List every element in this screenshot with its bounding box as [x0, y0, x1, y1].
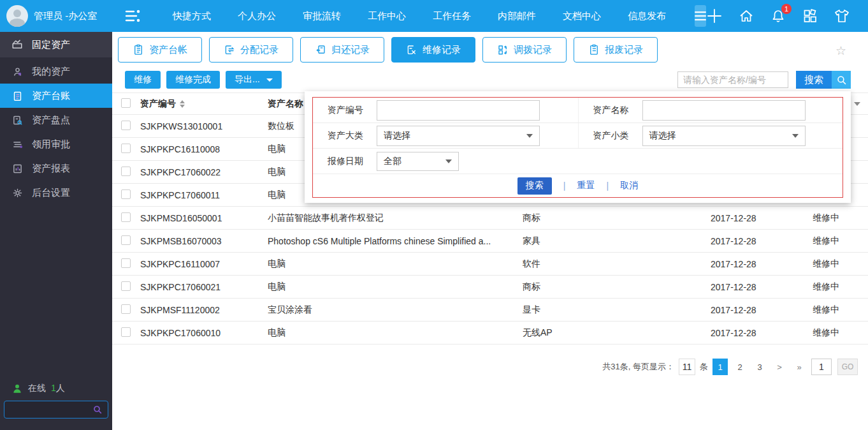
row-checkbox[interactable]	[121, 167, 131, 176]
user-info[interactable]: 管理员 -办公室	[0, 0, 112, 32]
sidebar-item-asset-ledger[interactable]: 资产台账	[0, 84, 112, 108]
table-row[interactable]: SJKPMSF11120002 宝贝涂涂看 显卡 2017-12-28 维修中	[112, 299, 868, 322]
tab-asset-ledger[interactable]: 资产台帐	[118, 37, 202, 63]
top-right-icons: 1	[706, 8, 868, 24]
sidebar-search-box	[4, 401, 108, 419]
quick-search-button[interactable]: 搜索	[796, 71, 851, 89]
menu-item-approval-flow[interactable]: 审批流转	[289, 0, 354, 32]
asset-category-cell: 显卡	[523, 304, 711, 316]
row-checkbox[interactable]	[121, 235, 131, 245]
page-size-box[interactable]: 11	[679, 359, 695, 375]
sidebar-item-asset-inventory[interactable]: 资产盘点	[0, 108, 112, 132]
repair-button[interactable]: 维修	[125, 71, 161, 89]
menu-item-work-tasks[interactable]: 工作任务	[419, 0, 484, 32]
table-row[interactable]: SJKPMSD16050001 小苗苗智能故事机著作权登记 商标 2017-12…	[112, 207, 868, 230]
panel-reset-button[interactable]: 重置	[577, 180, 595, 191]
modules-grid-icon[interactable]	[802, 8, 818, 24]
table-row[interactable]: SJKPKPC17060021 电脑 商标 2017-12-28 维修中	[112, 276, 868, 299]
tab-return-records[interactable]: 归还记录	[300, 37, 384, 63]
asset-name-cell: Photoshop cS6 Multiple Platforms chinese…	[268, 236, 523, 246]
column-settings-caret-icon[interactable]	[854, 102, 860, 106]
online-unit: 人	[56, 383, 65, 393]
asset-code-cell: SJKPMSD16050001	[140, 213, 268, 223]
theme-shirt-icon[interactable]	[834, 8, 850, 24]
row-checkbox[interactable]	[121, 212, 131, 222]
sidebar-item-admin-settings[interactable]: 后台设置	[0, 181, 112, 205]
asset-name-field[interactable]	[642, 100, 806, 121]
tab-label: 维修记录	[423, 44, 461, 56]
asset-major-category-select[interactable]: 请选择	[377, 126, 540, 146]
gear-icon	[11, 187, 23, 198]
row-checkbox[interactable]	[121, 258, 131, 268]
sort-icon[interactable]	[180, 100, 185, 108]
row-checkbox[interactable]	[121, 281, 131, 291]
sidebar-module-fixed-assets[interactable]: 固定资产	[0, 32, 112, 57]
page-1[interactable]: 1	[712, 359, 728, 375]
col-asset-name[interactable]: 资产名称	[268, 98, 303, 110]
menu-item-shortcuts[interactable]: 快捷方式	[159, 0, 224, 32]
add-icon[interactable]	[706, 8, 723, 24]
menu-item-internal-mail[interactable]: 内部邮件	[484, 0, 549, 32]
menu-item-work-center[interactable]: 工作中心	[354, 0, 419, 32]
menu-item-personal-office[interactable]: 个人办公	[224, 0, 289, 32]
go-button[interactable]: GO	[837, 359, 858, 375]
sidebar-search-icon[interactable]	[92, 404, 108, 415]
asset-code-field[interactable]	[377, 100, 540, 121]
menu-item-info-publish[interactable]: 信息发布	[614, 0, 679, 32]
row-checkbox[interactable]	[121, 144, 131, 153]
sidebar-item-label: 资产报表	[32, 163, 70, 175]
row-checkbox[interactable]	[121, 189, 131, 199]
tab-allocation-records[interactable]: 分配记录	[209, 37, 293, 63]
asset-reports-icon	[11, 163, 23, 174]
panel-search-button[interactable]: 搜索	[517, 177, 552, 195]
repair-done-button[interactable]: 维修完成	[166, 71, 220, 89]
asset-minor-category-select[interactable]: 请选择	[642, 126, 806, 146]
repair-date-select[interactable]: 全部	[377, 152, 459, 171]
asset-inventory-icon	[11, 114, 23, 126]
sidebar-search-input[interactable]	[4, 405, 92, 415]
select-all-checkbox[interactable]	[121, 98, 131, 108]
logout-power-icon[interactable]	[865, 8, 868, 24]
export-dropdown-button[interactable]: 导出...	[226, 71, 282, 89]
asset-name-cell: 电脑	[268, 327, 523, 339]
menu-item-document-center[interactable]: 文档中心	[549, 0, 614, 32]
row-checkbox[interactable]	[121, 327, 131, 337]
notification-badge: 1	[781, 4, 792, 14]
page-3[interactable]: 3	[752, 359, 767, 375]
asset-category-cell: 商标	[523, 281, 711, 293]
star-favorite-icon[interactable]: ☆	[835, 43, 846, 58]
tab-label: 调拨记录	[514, 44, 552, 56]
export-label: 导出...	[235, 74, 260, 85]
quick-search-input[interactable]	[677, 71, 788, 88]
top-bar: 管理员 -办公室 快捷方式 个人办公 审批流转 工作中心 工作任务 内部邮件 文…	[0, 0, 868, 32]
row-checkbox[interactable]	[121, 304, 131, 314]
asset-minor-category-label: 资产小类	[579, 130, 642, 142]
page-2[interactable]: 2	[732, 359, 748, 375]
tab-transfer-records[interactable]: 调拨记录	[482, 37, 567, 63]
goto-page-input[interactable]	[811, 359, 832, 375]
table-row[interactable]: SJKPKPC17060010 电脑 无线AP 2017-12-28 维修中	[112, 322, 868, 345]
panel-cancel-button[interactable]: 取消	[620, 180, 638, 191]
sidebar-item-usage-approval[interactable]: 领用审批	[0, 132, 112, 156]
asset-name-cell: 小苗苗智能故事机著作权登记	[268, 212, 523, 224]
tab-label: 归还记录	[331, 44, 370, 56]
chevron-down-icon	[792, 134, 799, 138]
repair-date-cell: 2017-12-28	[711, 236, 813, 246]
sidebar-collapse-icon[interactable]	[125, 10, 140, 22]
user-name: 管理员 -办公室	[34, 10, 97, 22]
table-row[interactable]: SJKPMSB16070003 Photoshop cS6 Multiple P…	[112, 230, 868, 253]
next-page-button[interactable]: >	[772, 359, 787, 375]
more-menu-icon[interactable]	[695, 5, 706, 27]
row-checkbox[interactable]	[121, 121, 131, 130]
tab-scrap-records[interactable]: 报废记录	[574, 37, 658, 63]
status-cell: 维修中	[813, 304, 868, 316]
col-asset-code[interactable]: 资产编号	[140, 98, 176, 110]
sidebar-item-asset-reports[interactable]: 资产报表	[0, 156, 112, 181]
home-icon[interactable]	[738, 8, 755, 24]
asset-code-cell: SJKPKWS13010001	[140, 121, 268, 131]
table-row[interactable]: SJKPKPC16110007 电脑 软件 2017-12-28 维修中	[112, 253, 868, 276]
notifications-bell-icon[interactable]: 1	[770, 8, 786, 24]
tab-repair-records[interactable]: 维修记录	[391, 37, 475, 63]
last-page-button[interactable]: »	[792, 359, 807, 375]
sidebar-item-my-assets[interactable]: 我的资产	[0, 59, 112, 84]
